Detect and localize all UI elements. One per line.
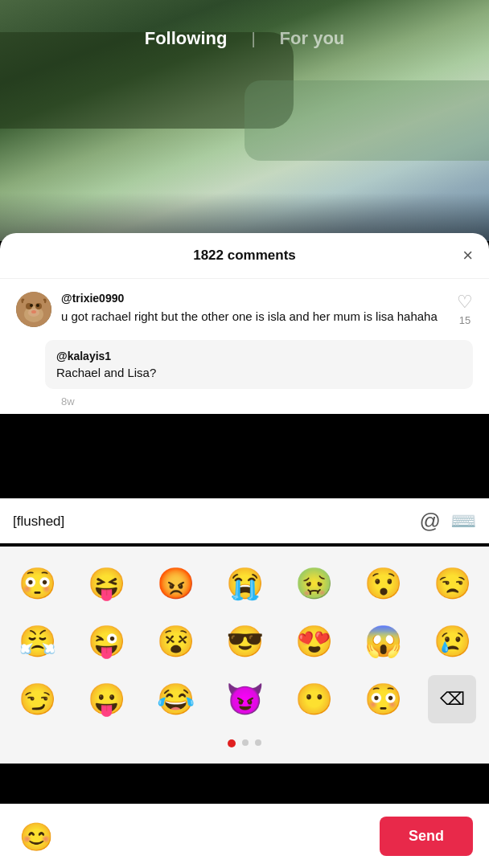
- emoji-cry[interactable]: 😢: [428, 617, 476, 665]
- reply-text: Rachael and Lisa?: [56, 366, 462, 379]
- emoji-triumph[interactable]: 😤: [13, 617, 61, 665]
- input-area: @ ⌨️: [0, 498, 489, 543]
- emoji-stuck-out-tongue-winking[interactable]: 😝: [82, 559, 130, 608]
- pagination-dots: [10, 733, 479, 757]
- comments-title: 1822 comments: [193, 248, 296, 264]
- nav-divider: |: [251, 30, 255, 48]
- pagination-dot-1[interactable]: [228, 739, 236, 747]
- pagination-dot-3[interactable]: [255, 739, 261, 746]
- avatar: [16, 292, 51, 327]
- emoji-row-3: 😏 😛 😂 😈 😶 😳 ⌫: [10, 675, 479, 723]
- avatar-image: [16, 292, 51, 327]
- foryou-tab[interactable]: For you: [272, 24, 353, 53]
- comment-body: @trixie0990 u got rachael right but the …: [61, 292, 447, 325]
- comment-like: ♡ 15: [457, 292, 473, 326]
- following-tab[interactable]: Following: [137, 24, 236, 53]
- comment-item: @trixie0990 u got rachael right but the …: [0, 279, 489, 340]
- emoji-keyboard-button[interactable]: ⌨️: [450, 509, 476, 534]
- emoji-heart-eyes[interactable]: 😍: [290, 617, 338, 665]
- emoji-sob[interactable]: 😭: [220, 559, 269, 608]
- emoji-row-1: 😳 😝 😡 😭 🤢 😯 😒: [10, 559, 479, 608]
- emoji-smirk[interactable]: 😏: [13, 675, 61, 723]
- emoji-sunglasses[interactable]: 😎: [220, 617, 269, 665]
- comment-text: u got rachael right but the other one is…: [61, 308, 447, 325]
- video-background: Following | For you: [0, 0, 489, 241]
- emoji-face-button[interactable]: 😊: [16, 817, 56, 857]
- emoji-nauseated[interactable]: 🤢: [290, 559, 338, 608]
- comments-panel: 1822 comments × @trixie0990 u got rachae…: [0, 233, 489, 414]
- top-navigation: Following | For you: [0, 0, 489, 53]
- emoji-scream[interactable]: 😱: [359, 617, 407, 665]
- like-count: 15: [459, 314, 471, 326]
- emoji-hushed[interactable]: 😯: [359, 559, 407, 608]
- emoji-wink[interactable]: 😜: [82, 617, 130, 665]
- emoji-joy[interactable]: 😂: [151, 675, 199, 723]
- reply-block: @kalayis1 Rachael and Lisa?: [45, 340, 473, 389]
- comments-header: 1822 comments ×: [0, 233, 489, 279]
- emoji-flushed[interactable]: 😳: [13, 559, 61, 608]
- emoji-row-2: 😤 😜 😵 😎 😍 😱 😢: [10, 617, 479, 665]
- svg-point-7: [31, 310, 36, 313]
- svg-point-6: [36, 304, 39, 307]
- emoji-unamused[interactable]: 😒: [428, 559, 476, 608]
- emoji-no-mouth[interactable]: 😶: [290, 675, 338, 723]
- comment-username: @trixie0990: [61, 292, 447, 305]
- close-comments-button[interactable]: ×: [462, 247, 473, 264]
- pagination-dot-2[interactable]: [242, 739, 249, 746]
- bottom-bar: 😊 Send: [0, 804, 489, 868]
- emoji-dizzy[interactable]: 😵: [151, 617, 199, 665]
- heart-icon[interactable]: ♡: [457, 292, 473, 313]
- svg-point-5: [30, 304, 33, 307]
- reply-username: @kalayis1: [56, 350, 462, 362]
- send-button[interactable]: Send: [380, 817, 473, 856]
- comment-input[interactable]: [13, 514, 410, 530]
- emoji-flushed-2[interactable]: 😳: [359, 675, 407, 723]
- emoji-angry[interactable]: 😡: [151, 559, 199, 608]
- emoji-tongue[interactable]: 😛: [82, 675, 130, 723]
- emoji-keyboard: 😳 😝 😡 😭 🤢 😯 😒 😤 😜 😵 😎 😍 😱 😢 😏 😛 😂 😈 😶 😳 …: [0, 547, 489, 764]
- mention-button[interactable]: @: [420, 509, 441, 534]
- backspace-button[interactable]: ⌫: [428, 675, 476, 723]
- emoji-smiling-imp[interactable]: 😈: [220, 675, 269, 723]
- comment-time: 8w: [45, 395, 489, 407]
